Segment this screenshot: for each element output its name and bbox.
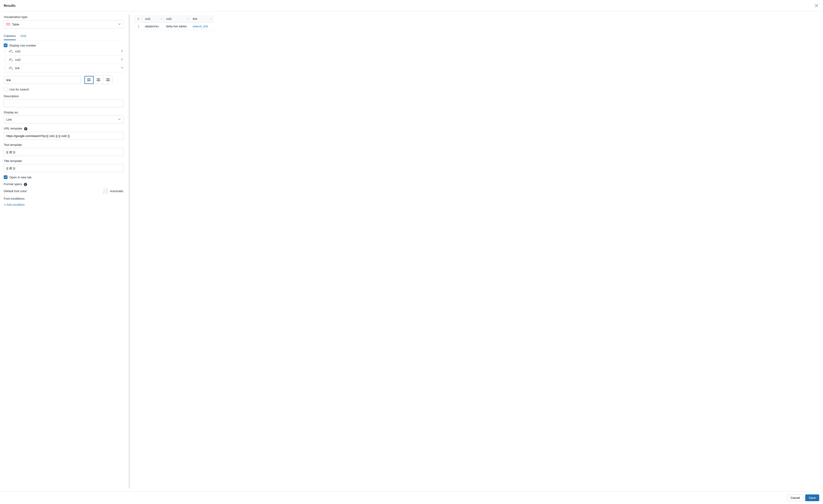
sort-icon[interactable] — [210, 18, 212, 20]
table-cell-rownum: 1 — [134, 23, 142, 30]
color-swatch[interactable] — [103, 188, 108, 194]
url-template-label: URL template ? — [4, 127, 124, 131]
column-name-input[interactable] — [4, 76, 81, 84]
align-right-icon — [106, 78, 110, 81]
column-row-link[interactable]: ABC link — [4, 64, 124, 72]
column-row-col1[interactable]: ABC col1 — [4, 47, 124, 56]
chevron-right-icon — [121, 58, 124, 61]
viz-type-value: Table — [12, 23, 19, 26]
align-center-icon — [97, 78, 100, 81]
display-row-number-checkbox[interactable] — [4, 43, 7, 47]
sort-icon[interactable] — [160, 18, 162, 20]
alignment-group — [84, 76, 113, 84]
use-for-search-checkbox[interactable] — [4, 88, 7, 91]
string-type-icon: ABC — [9, 66, 13, 70]
chevron-right-icon — [121, 49, 124, 53]
close-button[interactable] — [814, 3, 819, 8]
close-icon — [815, 4, 818, 7]
chevron-down-icon — [118, 118, 121, 121]
plus-icon: + — [4, 203, 6, 207]
table-icon — [6, 23, 10, 26]
text-template-input[interactable] — [4, 148, 124, 156]
format-specs-label: Format specs ? — [4, 182, 124, 186]
align-left-icon — [87, 78, 91, 81]
string-type-icon: ABC — [9, 50, 13, 53]
table-header-link[interactable]: link — [190, 15, 213, 23]
title-template-label: Title template — [4, 159, 124, 163]
column-name: link — [15, 66, 20, 70]
open-new-tab-label: Open in new tab — [9, 176, 31, 179]
drag-handle-icon[interactable] — [4, 58, 6, 61]
default-font-color-label: Default font color: — [4, 189, 28, 193]
table-header-col1[interactable]: col1 — [142, 15, 163, 23]
save-button[interactable]: Save — [805, 494, 819, 501]
align-left-button[interactable] — [85, 76, 94, 84]
cancel-button[interactable]: Cancel — [787, 494, 803, 501]
display-as-select[interactable]: Link — [4, 116, 124, 124]
table-header-col2[interactable]: col2 — [163, 15, 190, 23]
chevron-down-icon — [118, 23, 121, 26]
url-template-input[interactable] — [4, 132, 124, 140]
viz-type-label: Visualization type — [4, 15, 124, 19]
display-as-value: Link — [6, 118, 12, 121]
font-conditions-label: Font conditions: — [4, 197, 124, 200]
display-row-number-label: Display row number — [9, 44, 36, 47]
viz-type-select[interactable]: Table — [4, 20, 124, 28]
text-template-label: Text template — [4, 143, 124, 147]
drag-handle-icon[interactable] — [4, 50, 6, 53]
open-new-tab-checkbox[interactable] — [4, 175, 7, 179]
default-font-color-value: Automatic — [110, 189, 124, 193]
chevron-down-icon — [121, 66, 124, 70]
sort-icon[interactable] — [187, 18, 188, 20]
display-as-label: Display as: — [4, 111, 124, 114]
preview-table: # col1 col2 link 1 databricks delta live… — [134, 15, 213, 30]
help-icon[interactable]: ? — [24, 183, 27, 186]
table-row: 1 databricks delta live tables search_li… — [134, 23, 213, 30]
table-header-rownum[interactable]: # — [134, 15, 142, 23]
title-template-input[interactable] — [4, 164, 124, 172]
panel-resize-handle[interactable] — [129, 14, 130, 489]
modal-title: Results — [4, 4, 16, 7]
align-right-button[interactable] — [103, 76, 113, 84]
column-name: col2 — [15, 58, 21, 61]
table-cell-col2: delta live tables — [163, 23, 190, 30]
table-cell-link: search_link — [190, 23, 213, 30]
description-input[interactable] — [4, 99, 124, 107]
column-name: col1 — [15, 49, 21, 53]
drag-handle-icon[interactable] — [4, 66, 6, 70]
align-center-button[interactable] — [94, 76, 103, 84]
help-icon[interactable]: ? — [24, 127, 27, 131]
check-icon — [4, 176, 7, 178]
description-label: Description — [4, 95, 124, 98]
tab-grid[interactable]: Grid — [20, 32, 26, 40]
add-condition-button[interactable]: + Add condition — [4, 203, 124, 207]
preview-link[interactable]: search_link — [193, 24, 208, 28]
use-for-search-label: Use for search — [9, 88, 29, 91]
table-cell-col1: databricks — [142, 23, 163, 30]
column-row-col2[interactable]: ABC col2 — [4, 56, 124, 64]
string-type-icon: ABC — [9, 58, 13, 61]
check-icon — [4, 44, 7, 46]
tab-columns[interactable]: Columns — [4, 32, 16, 40]
